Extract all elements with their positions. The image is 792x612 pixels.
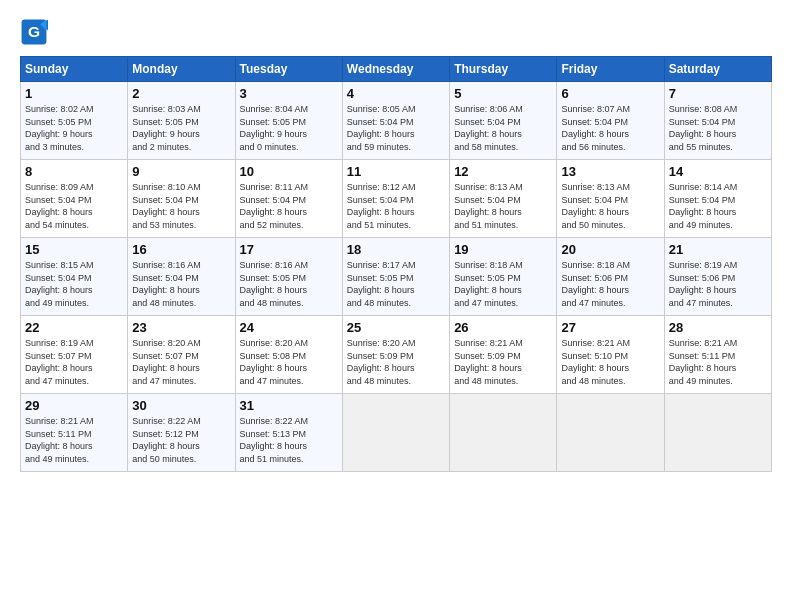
calendar-cell: 17Sunrise: 8:16 AMSunset: 5:05 PMDayligh… [235, 238, 342, 316]
calendar-cell: 13Sunrise: 8:13 AMSunset: 5:04 PMDayligh… [557, 160, 664, 238]
day-info: Sunrise: 8:19 AMSunset: 5:06 PMDaylight:… [669, 260, 738, 308]
day-info: Sunrise: 8:09 AMSunset: 5:04 PMDaylight:… [25, 182, 94, 230]
day-number: 31 [240, 398, 338, 413]
col-header-thursday: Thursday [450, 57, 557, 82]
day-info: Sunrise: 8:20 AMSunset: 5:08 PMDaylight:… [240, 338, 309, 386]
day-info: Sunrise: 8:13 AMSunset: 5:04 PMDaylight:… [454, 182, 523, 230]
col-header-tuesday: Tuesday [235, 57, 342, 82]
calendar-cell: 31Sunrise: 8:22 AMSunset: 5:13 PMDayligh… [235, 394, 342, 472]
svg-text:G: G [28, 23, 40, 40]
day-info: Sunrise: 8:21 AMSunset: 5:11 PMDaylight:… [25, 416, 94, 464]
calendar-cell: 23Sunrise: 8:20 AMSunset: 5:07 PMDayligh… [128, 316, 235, 394]
day-number: 7 [669, 86, 767, 101]
day-info: Sunrise: 8:06 AMSunset: 5:04 PMDaylight:… [454, 104, 523, 152]
day-info: Sunrise: 8:22 AMSunset: 5:13 PMDaylight:… [240, 416, 309, 464]
day-info: Sunrise: 8:10 AMSunset: 5:04 PMDaylight:… [132, 182, 201, 230]
day-number: 1 [25, 86, 123, 101]
calendar-header-row: SundayMondayTuesdayWednesdayThursdayFrid… [21, 57, 772, 82]
calendar-cell [557, 394, 664, 472]
day-info: Sunrise: 8:08 AMSunset: 5:04 PMDaylight:… [669, 104, 738, 152]
calendar-cell: 27Sunrise: 8:21 AMSunset: 5:10 PMDayligh… [557, 316, 664, 394]
day-number: 14 [669, 164, 767, 179]
day-number: 13 [561, 164, 659, 179]
day-number: 5 [454, 86, 552, 101]
calendar-week-2: 8Sunrise: 8:09 AMSunset: 5:04 PMDaylight… [21, 160, 772, 238]
calendar-cell: 14Sunrise: 8:14 AMSunset: 5:04 PMDayligh… [664, 160, 771, 238]
calendar-cell [664, 394, 771, 472]
day-info: Sunrise: 8:14 AMSunset: 5:04 PMDaylight:… [669, 182, 738, 230]
day-number: 12 [454, 164, 552, 179]
calendar-cell: 2Sunrise: 8:03 AMSunset: 5:05 PMDaylight… [128, 82, 235, 160]
calendar-cell: 24Sunrise: 8:20 AMSunset: 5:08 PMDayligh… [235, 316, 342, 394]
day-number: 2 [132, 86, 230, 101]
day-number: 23 [132, 320, 230, 335]
day-number: 29 [25, 398, 123, 413]
day-info: Sunrise: 8:17 AMSunset: 5:05 PMDaylight:… [347, 260, 416, 308]
logo: G [20, 18, 50, 46]
calendar-cell: 15Sunrise: 8:15 AMSunset: 5:04 PMDayligh… [21, 238, 128, 316]
day-number: 15 [25, 242, 123, 257]
day-number: 10 [240, 164, 338, 179]
day-info: Sunrise: 8:05 AMSunset: 5:04 PMDaylight:… [347, 104, 416, 152]
day-number: 17 [240, 242, 338, 257]
calendar-cell: 4Sunrise: 8:05 AMSunset: 5:04 PMDaylight… [342, 82, 449, 160]
calendar-cell: 3Sunrise: 8:04 AMSunset: 5:05 PMDaylight… [235, 82, 342, 160]
col-header-saturday: Saturday [664, 57, 771, 82]
day-info: Sunrise: 8:15 AMSunset: 5:04 PMDaylight:… [25, 260, 94, 308]
calendar-cell: 6Sunrise: 8:07 AMSunset: 5:04 PMDaylight… [557, 82, 664, 160]
calendar-week-5: 29Sunrise: 8:21 AMSunset: 5:11 PMDayligh… [21, 394, 772, 472]
day-number: 11 [347, 164, 445, 179]
calendar-cell: 12Sunrise: 8:13 AMSunset: 5:04 PMDayligh… [450, 160, 557, 238]
calendar-table: SundayMondayTuesdayWednesdayThursdayFrid… [20, 56, 772, 472]
calendar-cell: 26Sunrise: 8:21 AMSunset: 5:09 PMDayligh… [450, 316, 557, 394]
day-number: 26 [454, 320, 552, 335]
day-number: 21 [669, 242, 767, 257]
day-info: Sunrise: 8:20 AMSunset: 5:09 PMDaylight:… [347, 338, 416, 386]
calendar-cell: 25Sunrise: 8:20 AMSunset: 5:09 PMDayligh… [342, 316, 449, 394]
logo-icon: G [20, 18, 48, 46]
col-header-monday: Monday [128, 57, 235, 82]
day-info: Sunrise: 8:18 AMSunset: 5:06 PMDaylight:… [561, 260, 630, 308]
day-info: Sunrise: 8:22 AMSunset: 5:12 PMDaylight:… [132, 416, 201, 464]
day-number: 27 [561, 320, 659, 335]
col-header-wednesday: Wednesday [342, 57, 449, 82]
day-info: Sunrise: 8:11 AMSunset: 5:04 PMDaylight:… [240, 182, 309, 230]
calendar-week-1: 1Sunrise: 8:02 AMSunset: 5:05 PMDaylight… [21, 82, 772, 160]
day-number: 4 [347, 86, 445, 101]
day-number: 18 [347, 242, 445, 257]
calendar-week-4: 22Sunrise: 8:19 AMSunset: 5:07 PMDayligh… [21, 316, 772, 394]
calendar-cell: 28Sunrise: 8:21 AMSunset: 5:11 PMDayligh… [664, 316, 771, 394]
day-number: 8 [25, 164, 123, 179]
day-number: 9 [132, 164, 230, 179]
day-info: Sunrise: 8:16 AMSunset: 5:04 PMDaylight:… [132, 260, 201, 308]
day-number: 24 [240, 320, 338, 335]
col-header-sunday: Sunday [21, 57, 128, 82]
calendar-cell: 18Sunrise: 8:17 AMSunset: 5:05 PMDayligh… [342, 238, 449, 316]
day-number: 20 [561, 242, 659, 257]
day-info: Sunrise: 8:13 AMSunset: 5:04 PMDaylight:… [561, 182, 630, 230]
calendar-cell: 19Sunrise: 8:18 AMSunset: 5:05 PMDayligh… [450, 238, 557, 316]
day-number: 6 [561, 86, 659, 101]
calendar-cell [342, 394, 449, 472]
calendar-cell [450, 394, 557, 472]
day-info: Sunrise: 8:18 AMSunset: 5:05 PMDaylight:… [454, 260, 523, 308]
calendar-cell: 21Sunrise: 8:19 AMSunset: 5:06 PMDayligh… [664, 238, 771, 316]
calendar-cell: 7Sunrise: 8:08 AMSunset: 5:04 PMDaylight… [664, 82, 771, 160]
day-info: Sunrise: 8:03 AMSunset: 5:05 PMDaylight:… [132, 104, 201, 152]
calendar-cell: 16Sunrise: 8:16 AMSunset: 5:04 PMDayligh… [128, 238, 235, 316]
day-number: 22 [25, 320, 123, 335]
day-number: 25 [347, 320, 445, 335]
day-number: 16 [132, 242, 230, 257]
calendar-cell: 22Sunrise: 8:19 AMSunset: 5:07 PMDayligh… [21, 316, 128, 394]
calendar-cell: 9Sunrise: 8:10 AMSunset: 5:04 PMDaylight… [128, 160, 235, 238]
calendar-cell: 5Sunrise: 8:06 AMSunset: 5:04 PMDaylight… [450, 82, 557, 160]
day-number: 19 [454, 242, 552, 257]
page-header: G [20, 18, 772, 46]
day-info: Sunrise: 8:04 AMSunset: 5:05 PMDaylight:… [240, 104, 309, 152]
day-info: Sunrise: 8:20 AMSunset: 5:07 PMDaylight:… [132, 338, 201, 386]
day-info: Sunrise: 8:12 AMSunset: 5:04 PMDaylight:… [347, 182, 416, 230]
day-info: Sunrise: 8:21 AMSunset: 5:09 PMDaylight:… [454, 338, 523, 386]
day-info: Sunrise: 8:21 AMSunset: 5:11 PMDaylight:… [669, 338, 738, 386]
calendar-cell: 29Sunrise: 8:21 AMSunset: 5:11 PMDayligh… [21, 394, 128, 472]
day-info: Sunrise: 8:16 AMSunset: 5:05 PMDaylight:… [240, 260, 309, 308]
